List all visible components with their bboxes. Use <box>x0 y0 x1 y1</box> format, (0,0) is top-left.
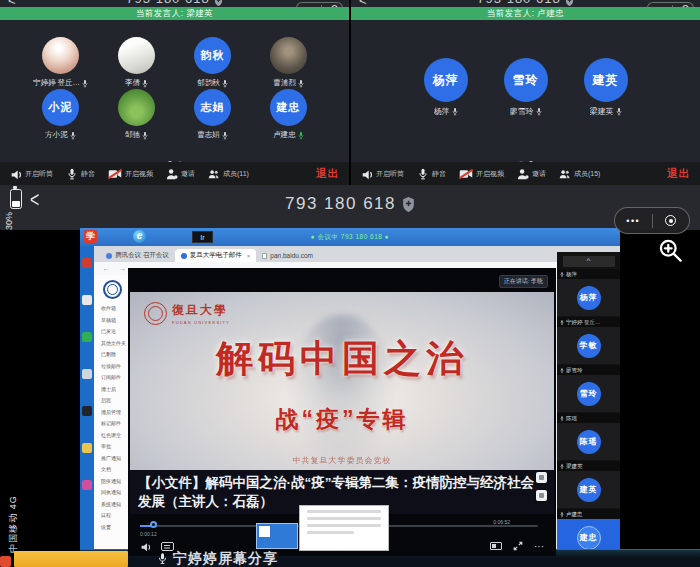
mail-folder-item[interactable]: 审批 <box>94 441 130 453</box>
mail-folder-item[interactable]: 设置 <box>94 522 130 534</box>
mail-folder-item[interactable]: 已发送 <box>94 326 130 338</box>
mail-folder-item[interactable]: 收件箱 <box>94 303 130 315</box>
strip-tile[interactable]: 梁建英 建英 <box>557 461 620 508</box>
shield-icon[interactable] <box>402 197 415 212</box>
members-label: 成员(15) <box>574 169 600 179</box>
screen-share-banner: 宁婷婷屏幕分享 <box>158 550 278 567</box>
video-label: 开启视频 <box>476 169 504 179</box>
participant[interactable]: 宁婷婷 登丘… <box>23 37 99 89</box>
fullscreen-icon[interactable] <box>513 541 523 551</box>
magnifier-plus-icon <box>657 237 684 264</box>
mail-folder-item[interactable]: 推广通知 <box>94 453 130 465</box>
strip-tile[interactable]: 廖雪玲 雪玲 <box>557 365 620 412</box>
more-icon[interactable]: ••• <box>615 215 652 227</box>
members-button[interactable]: 成员(15) <box>559 168 600 180</box>
taskbar-app-tile[interactable] <box>256 523 298 549</box>
invite-icon <box>517 168 529 180</box>
strip-tile[interactable]: 卢建忠 建忠 <box>557 509 620 549</box>
collapse-strip-button[interactable]: ^ <box>563 256 615 267</box>
meeting-id-number: 793 180 618 <box>285 194 396 214</box>
participant[interactable]: 韵秋 郁韵秋 <box>175 37 251 89</box>
miniprogram-capsule-main[interactable]: ••• <box>614 207 690 234</box>
strip-avatar: 杨萍 <box>577 286 601 310</box>
members-button[interactable]: 成员(11) <box>208 168 249 180</box>
doc-icon[interactable] <box>82 295 92 305</box>
mail-folder-item[interactable]: 系统通知 <box>94 499 130 511</box>
participant[interactable]: 杨萍 杨萍 <box>406 58 486 122</box>
speaker-icon <box>10 168 22 180</box>
video-button[interactable]: 开启视频 <box>108 168 153 180</box>
participant[interactable]: 建英 梁建英 <box>566 58 646 122</box>
invite-button[interactable]: 邀请 <box>166 168 195 180</box>
app-icon[interactable] <box>82 480 92 490</box>
nav-back-icon[interactable]: ← <box>102 264 110 273</box>
shared-desktop-titlebar: 学 e Ir ● 会议中 793 180 618 ● <box>80 228 620 246</box>
nav-forward-icon[interactable]: → <box>118 264 126 273</box>
app-tile-icon[interactable]: Ir <box>192 231 213 243</box>
app-icon[interactable] <box>82 406 92 416</box>
xuexi-app-icon[interactable]: 学 <box>84 230 97 243</box>
participant[interactable]: 志娟 曹志娟 <box>175 89 251 141</box>
tab-baidu-pan[interactable]: pan.baidu.com <box>256 249 319 262</box>
video-button[interactable]: 开启视频 <box>459 168 504 180</box>
strip-avatar: 建忠 <box>577 526 601 550</box>
close-icon[interactable] <box>665 215 676 226</box>
participant[interactable]: 李倩 <box>99 37 175 89</box>
mic-status-icon <box>616 107 622 116</box>
tab-tencent-meeting[interactable]: 腾讯会议 召开会议 <box>100 249 175 262</box>
strip-tile[interactable]: 杨萍 杨萍 <box>557 269 620 316</box>
participant[interactable]: 雪玲 廖雪玲 <box>486 58 566 122</box>
mail-folder-item[interactable]: 博士后 <box>94 384 130 396</box>
floating-button[interactable] <box>536 490 547 501</box>
exit-button[interactable]: 退出 <box>316 167 339 181</box>
speaker-button[interactable]: 开启听筒 <box>10 168 53 180</box>
strip-name: 宁婷婷 登丘… <box>566 319 601 326</box>
video-frame[interactable]: 復旦大學FUDAN UNIVERSITY 解码中国之治 战“疫”专辑 中共复旦大… <box>130 292 554 470</box>
folder-icon[interactable] <box>82 443 92 453</box>
floating-button[interactable] <box>536 472 547 483</box>
more-options-icon[interactable]: ··· <box>534 541 544 552</box>
mail-folder-item[interactable]: 防疫通知 <box>94 476 130 488</box>
zoom-in-button[interactable] <box>657 237 684 264</box>
popup-line <box>307 510 381 513</box>
edge-browser-icon[interactable]: e <box>133 230 146 243</box>
participant[interactable]: 曹浦烈 <box>251 37 327 89</box>
participant-strip: ^ 杨萍 杨萍 宁婷婷 登丘… 学敏 廖雪玲 雪玲 陈瑶 陈瑶 梁建英 <box>557 252 620 549</box>
mail-folder-item[interactable]: 红色课堂 <box>94 430 130 442</box>
participant[interactable]: 小泥 方小泥 <box>23 89 99 141</box>
exit-button[interactable]: 退出 <box>667 167 690 181</box>
mail-folder-item[interactable]: 博后管理 <box>94 407 130 419</box>
mail-folder-item[interactable]: 日程 <box>94 510 130 522</box>
participant[interactable]: 建忠 卢建忠 <box>251 89 327 141</box>
mail-folder-item[interactable]: 订阅邮件 <box>94 372 130 384</box>
mail-folder-item[interactable]: 文档 <box>94 464 130 476</box>
mail-folder-item[interactable]: 启思 <box>94 395 130 407</box>
strip-tile[interactable]: 陈瑶 陈瑶 <box>557 413 620 460</box>
mute-button[interactable]: 静音 <box>66 168 95 180</box>
wechat-icon[interactable] <box>82 332 92 342</box>
video-subtitle: 战“疫”专辑 <box>130 404 554 435</box>
tab-close-icon[interactable]: × <box>247 253 251 259</box>
progress-handle[interactable] <box>150 521 157 528</box>
mail-folder-item[interactable]: 草稿箱 <box>94 315 130 327</box>
strip-tile[interactable]: 宁婷婷 登丘… 学敏 <box>557 317 620 364</box>
theater-mode-icon[interactable] <box>490 542 502 550</box>
highlighted-taskbar-item[interactable] <box>14 551 128 567</box>
mail-folder-item[interactable]: 回执通知 <box>94 487 130 499</box>
mail-folder-item[interactable]: 垃圾邮件 <box>94 361 130 373</box>
mic-status-icon <box>82 79 88 88</box>
meeting-panel-right: < 793 180 618 ••• 当前发言人: 卢建忠 杨萍 杨萍 雪玲 廖雪… <box>351 0 700 185</box>
mail-folder-item[interactable]: 其他文件夹 <box>94 338 130 350</box>
invite-button[interactable]: 邀请 <box>517 168 546 180</box>
meeting-id: 793 180 618 <box>0 194 700 214</box>
tab-fudan-mail[interactable]: 复旦大学电子邮件× <box>175 249 257 262</box>
participant[interactable]: 邹驰 <box>99 89 175 141</box>
mail-folder-item[interactable]: 标记邮件 <box>94 418 130 430</box>
mail-folder-item[interactable]: 已删除 <box>94 349 130 361</box>
speaking-indicator: 正在讲话: 李晓 <box>499 275 548 288</box>
speaker-button[interactable]: 开启听筒 <box>361 168 404 180</box>
app-icon[interactable] <box>82 369 92 379</box>
pdf-icon[interactable] <box>82 258 92 268</box>
mic-status-icon <box>452 107 458 116</box>
mute-button[interactable]: 静音 <box>417 168 446 180</box>
